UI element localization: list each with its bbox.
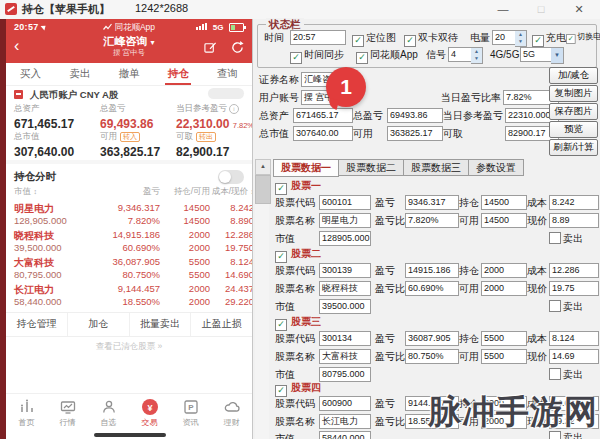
manage-positions-button[interactable]: 持仓管理 (6, 313, 67, 336)
nav-trade[interactable]: ¥ 交易 (129, 394, 170, 434)
battery-spinner[interactable]: ▲▼ (515, 30, 527, 47)
assets-input[interactable]: 671465.17 (293, 108, 353, 123)
transfer-out-badge[interactable]: 转出 (196, 132, 216, 142)
maximize-button[interactable]: □ (528, 1, 554, 17)
stock1-mv-input[interactable]: 128905.000 (319, 231, 371, 246)
tab-params[interactable]: 参数设置 (469, 159, 524, 176)
stock2-code-input[interactable]: 300139 (319, 263, 371, 278)
location-checkbox[interactable]: ✓定位图 (352, 31, 396, 47)
stock2-pnl-input[interactable]: 14915.186 (405, 263, 459, 278)
position-chart-toggle[interactable] (218, 170, 244, 184)
nav-quotes[interactable]: 行情 (47, 394, 88, 434)
stock2-price-input[interactable]: 19.75 (549, 281, 599, 296)
stop-loss-button[interactable]: 止盈止损 (190, 313, 252, 336)
stock3-pos-input[interactable]: 5500 (481, 331, 527, 346)
tab-stock-data-1[interactable]: 股票数据一 (273, 159, 339, 177)
minimize-button[interactable]: — (490, 1, 516, 17)
pnl-input[interactable]: 69493.86 (387, 108, 443, 123)
stock4-mv-input[interactable]: 58440.000 (319, 431, 371, 439)
holding-row[interactable]: 明星电力 128,905.000 9,346.317 7.820% 14500 … (14, 202, 246, 228)
stock3-avail-input[interactable]: 5500 (481, 349, 527, 364)
refresh-icon[interactable] (231, 41, 244, 54)
avail-input[interactable]: 363825.17 (387, 126, 443, 141)
add-position-button[interactable]: 加仓 (67, 313, 129, 336)
copy-image-button[interactable]: 复制图片 (549, 85, 598, 102)
nav-home[interactable]: 首页 (6, 394, 47, 434)
stock3-code-input[interactable]: 300134 (319, 331, 371, 346)
avail-label: 可用 (459, 281, 479, 296)
tab-cancel[interactable]: 撤单 (104, 63, 153, 85)
nav-watchlist[interactable]: 自选 (88, 394, 129, 434)
stock2-avail-input[interactable]: 2000 (481, 281, 527, 296)
nav-news[interactable]: P 资讯 (170, 394, 211, 434)
tab-positions[interactable]: 持仓 (154, 63, 203, 85)
stock3-cost-input[interactable]: 8.124 (549, 331, 599, 346)
monitor-icon (59, 398, 77, 416)
stock2-pos-input[interactable]: 2000 (481, 263, 527, 278)
stock2-name-input[interactable]: 晓程科技 (319, 281, 371, 296)
stock1-name-input[interactable]: 明星电力 (319, 213, 371, 228)
signal-input[interactable]: 4 (448, 47, 472, 62)
stock3-price-input[interactable]: 14.69 (549, 349, 599, 364)
sort-icon[interactable]: ↕ (33, 188, 37, 195)
stock2-sell-checkbox[interactable]: 卖出 (549, 300, 583, 314)
tab-buy[interactable]: 买入 (6, 63, 55, 85)
charging-checkbox[interactable]: ✓充电 (532, 31, 566, 47)
time-input[interactable]: 20:57 (290, 30, 346, 45)
stock3-sell-checkbox[interactable]: 卖出 (549, 368, 583, 382)
tab-query[interactable]: 查询 (203, 63, 252, 85)
network-select[interactable]: 5G (520, 47, 552, 62)
preview-button[interactable]: 预览 (549, 121, 598, 138)
edit-icon[interactable] (204, 41, 217, 54)
refresh-calc-button[interactable]: 刷新/计算 (549, 139, 598, 156)
batch-sell-button[interactable]: 批量卖出 (129, 313, 191, 336)
stock2-pct-input[interactable]: 60.690% (405, 281, 459, 296)
transfer-in-badge[interactable]: 转入 (120, 132, 140, 142)
stock3-name-input[interactable]: 大富科技 (319, 349, 371, 364)
mv-label: 市值 (275, 299, 295, 314)
phone-preview: 20:57 同花顺App 5G ‹ 汇峰咨询 ▾ 摆 宫中号 买入 卖出 撤单 … (6, 19, 252, 439)
ths-app-checkbox[interactable]: ✓同花顺App (356, 48, 418, 64)
stock2-cost-input[interactable]: 12.286 (549, 263, 599, 278)
cleared-stocks-link[interactable]: 查看已清仓股票 » (6, 341, 252, 353)
stock4-checkbox[interactable]: ✓股票四 (275, 381, 321, 393)
stock1-price-input[interactable]: 8.89 (549, 213, 599, 228)
holding-row[interactable]: 大富科技 80,795.000 36,087.905 80.750% 5500 … (14, 256, 246, 282)
stock1-pct-input[interactable]: 7.820% (405, 213, 459, 228)
stock1-avail-input[interactable]: 14500 (481, 213, 527, 228)
stock2-checkbox[interactable]: ✓股票二 (275, 247, 321, 259)
battery-color-checkbox[interactable]: ✓切换电量颜色 (566, 31, 600, 44)
scrollbar-up-arrow[interactable]: ▲ (255, 159, 271, 175)
stock1-sell-checkbox[interactable]: 卖出 (549, 232, 583, 246)
dualsim-checkbox[interactable]: ✓双卡双待 (404, 31, 458, 47)
nav-wealth[interactable]: 理财 (211, 394, 252, 434)
close-button[interactable]: ✕ (566, 1, 592, 17)
stock4-code-input[interactable]: 600900 (319, 396, 371, 411)
stock3-checkbox[interactable]: ✓股票三 (275, 315, 321, 327)
stock3-pnl-input[interactable]: 36087.905 (405, 331, 459, 346)
signal-spinner[interactable]: ▲▼ (471, 47, 483, 64)
control-panel: 状态栏 时间 20:57 ✓定位图 ✓双卡双待 电量 20 ▲▼ ✓充电 ✓切换… (252, 19, 600, 439)
tab-sell[interactable]: 卖出 (55, 63, 104, 85)
tab-stock-data-3[interactable]: 股票数据三 (404, 159, 469, 176)
mv-input[interactable]: 307640.00 (293, 126, 353, 141)
holding-row[interactable]: 长江电力 58,440.000 9,144.457 18.550% 2000 2… (14, 283, 246, 309)
stock4-name-input[interactable]: 长江电力 (319, 414, 371, 429)
stock3-mv-input[interactable]: 80795.000 (319, 367, 371, 382)
save-image-button[interactable]: 保存图片 (549, 103, 598, 120)
stock1-pos-input[interactable]: 14500 (481, 195, 527, 210)
stock3-pct-input[interactable]: 80.750% (405, 349, 459, 364)
stock1-pnl-input[interactable]: 9346.317 (405, 195, 459, 210)
stock2-mv-input[interactable]: 39500.000 (319, 299, 371, 314)
battery-input[interactable]: 20 (492, 30, 516, 45)
network-dropdown-button[interactable]: ▼ (551, 47, 564, 64)
stock1-cost-input[interactable]: 8.242 (549, 195, 599, 210)
add-reduce-button[interactable]: 加/减仓 (549, 67, 598, 84)
tab-stock-data-2[interactable]: 股票数据二 (339, 159, 404, 176)
time-sync-checkbox[interactable]: ✓时间同步 (290, 48, 344, 64)
holding-row[interactable]: 晓程科技 39,500.000 14,915.186 60.690% 2000 … (14, 229, 246, 255)
account-switch-pill[interactable] (208, 88, 244, 99)
scrollbar-thumb[interactable] (255, 175, 271, 204)
stock1-code-input[interactable]: 600101 (319, 195, 371, 210)
stock1-checkbox[interactable]: ✓股票一 (275, 179, 321, 191)
